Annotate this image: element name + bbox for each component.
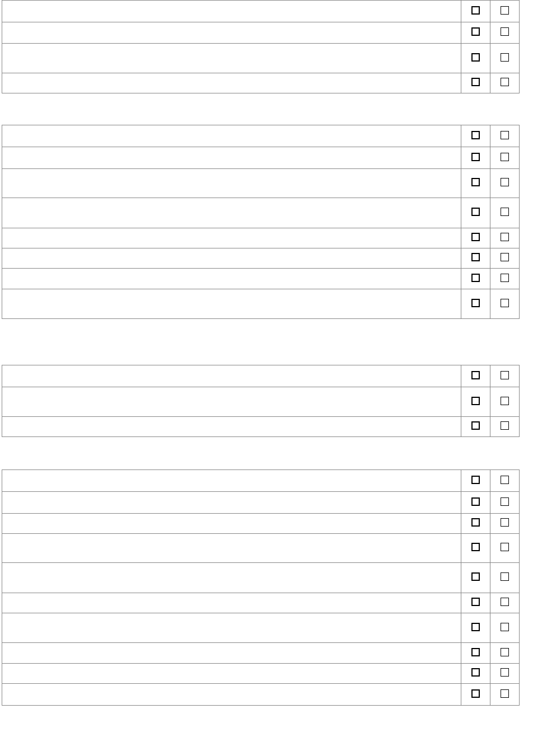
checkbox-icon[interactable]	[471, 497, 480, 506]
checklist-table	[2, 365, 520, 437]
checkbox-icon[interactable]	[501, 648, 509, 656]
checklist-table	[2, 469, 520, 706]
checkbox-icon[interactable]	[501, 178, 509, 186]
checkbox-icon[interactable]	[501, 208, 509, 216]
checkbox-icon[interactable]	[471, 648, 480, 656]
checkbox-icon[interactable]	[501, 397, 509, 405]
row-label	[2, 664, 461, 684]
checkbox-icon[interactable]	[501, 53, 509, 62]
checklist-row	[2, 470, 520, 492]
checkbox-cell-2	[490, 593, 520, 613]
row-label	[2, 387, 461, 417]
checkbox-cell-2	[490, 563, 520, 593]
row-label	[2, 534, 461, 563]
checkbox-icon[interactable]	[501, 598, 509, 606]
checkbox-cell-2	[490, 514, 520, 534]
checkbox-icon[interactable]	[471, 598, 480, 606]
checkbox-cell-2	[490, 228, 520, 248]
checkbox-cell-2	[490, 73, 520, 93]
checkbox-icon[interactable]	[471, 299, 480, 307]
checkbox-icon[interactable]	[501, 668, 509, 677]
checkbox-cell-2	[490, 534, 520, 563]
row-label	[2, 44, 461, 73]
checkbox-icon[interactable]	[501, 131, 509, 139]
checkbox-cell-2	[490, 492, 520, 514]
checklist-row	[2, 289, 520, 319]
row-label	[2, 563, 461, 593]
row-label	[2, 684, 461, 706]
row-label	[2, 73, 461, 93]
checklist-row	[2, 664, 520, 684]
checkbox-cell-1	[461, 22, 490, 44]
checkbox-icon[interactable]	[471, 543, 480, 551]
checkbox-cell-1	[461, 248, 490, 269]
checklist-row	[2, 198, 520, 228]
checkbox-icon[interactable]	[471, 476, 480, 484]
checkbox-icon[interactable]	[501, 274, 509, 282]
checklist-row	[2, 44, 520, 73]
checkbox-icon[interactable]	[471, 208, 480, 216]
checkbox-icon[interactable]	[471, 623, 480, 631]
checkbox-cell-2	[490, 22, 520, 44]
checkbox-icon[interactable]	[471, 6, 480, 15]
row-label	[2, 492, 461, 514]
checklist-row	[2, 593, 520, 613]
checkbox-icon[interactable]	[471, 233, 480, 241]
checkbox-cell-2	[490, 613, 520, 643]
checkbox-icon[interactable]	[471, 397, 480, 405]
checkbox-icon[interactable]	[501, 153, 509, 161]
row-label	[2, 1, 461, 22]
row-label	[2, 147, 461, 169]
row-label	[2, 613, 461, 643]
checkbox-icon[interactable]	[471, 131, 480, 139]
checkbox-cell-2	[490, 289, 520, 319]
checkbox-icon[interactable]	[471, 53, 480, 62]
checkbox-icon[interactable]	[501, 543, 509, 551]
checkbox-cell-1	[461, 563, 490, 593]
checkbox-icon[interactable]	[501, 78, 509, 86]
checkbox-icon[interactable]	[471, 668, 480, 677]
checkbox-icon[interactable]	[471, 178, 480, 186]
checklist-table-1	[0, 125, 547, 319]
row-label	[2, 125, 461, 147]
checkbox-cell-1	[461, 289, 490, 319]
checkbox-cell-1	[461, 1, 490, 22]
checkbox-icon[interactable]	[471, 689, 480, 698]
checklist-row	[2, 365, 520, 387]
checklist-row	[2, 147, 520, 169]
checkbox-icon[interactable]	[501, 27, 509, 36]
checkbox-icon[interactable]	[501, 623, 509, 631]
checkbox-icon[interactable]	[501, 233, 509, 241]
checkbox-icon[interactable]	[471, 371, 480, 379]
checkbox-icon[interactable]	[501, 6, 509, 15]
checkbox-icon[interactable]	[471, 27, 480, 36]
checkbox-icon[interactable]	[471, 153, 480, 161]
checkbox-icon[interactable]	[501, 421, 509, 430]
checkbox-cell-1	[461, 73, 490, 93]
checklist-row	[2, 643, 520, 664]
checkbox-cell-2	[490, 198, 520, 228]
checkbox-icon[interactable]	[501, 518, 509, 527]
checkbox-cell-2	[490, 365, 520, 387]
checklist-row	[2, 228, 520, 248]
checkbox-icon[interactable]	[471, 572, 480, 581]
checkbox-icon[interactable]	[501, 253, 509, 261]
checkbox-icon[interactable]	[501, 497, 509, 506]
checkbox-icon[interactable]	[501, 299, 509, 307]
checkbox-cell-2	[490, 248, 520, 269]
checkbox-icon[interactable]	[501, 572, 509, 581]
checkbox-icon[interactable]	[471, 78, 480, 86]
checkbox-icon[interactable]	[471, 518, 480, 527]
checkbox-icon[interactable]	[471, 253, 480, 261]
checkbox-cell-1	[461, 169, 490, 198]
checkbox-cell-1	[461, 492, 490, 514]
checkbox-icon[interactable]	[501, 476, 509, 484]
checkbox-cell-2	[490, 269, 520, 289]
row-label	[2, 643, 461, 664]
checkbox-icon[interactable]	[501, 689, 509, 698]
checkbox-icon[interactable]	[471, 274, 480, 282]
checkbox-icon[interactable]	[501, 371, 509, 379]
row-label	[2, 365, 461, 387]
checkbox-icon[interactable]	[471, 421, 480, 430]
checkbox-cell-1	[461, 269, 490, 289]
